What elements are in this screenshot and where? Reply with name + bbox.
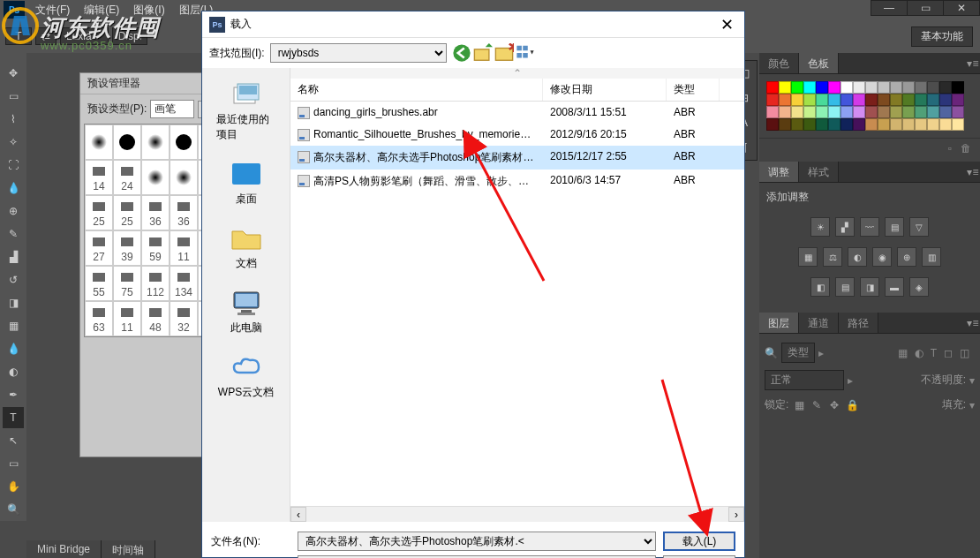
brush-preset[interactable]: 36 <box>141 195 170 230</box>
selective-color-icon[interactable]: ◈ <box>909 277 929 297</box>
color-swatch[interactable] <box>952 106 964 118</box>
photo-filter-icon[interactable]: ◉ <box>872 247 892 267</box>
delete-swatch-icon[interactable]: 🗑 <box>961 142 971 155</box>
lookup-dropdown[interactable]: rwjybsds <box>270 43 447 63</box>
color-swatch[interactable] <box>791 118 803 131</box>
brush-preset[interactable]: 24 <box>113 160 141 195</box>
color-swatch[interactable] <box>865 118 878 131</box>
lock-position-icon[interactable]: ✥ <box>827 398 841 412</box>
color-swatch[interactable] <box>828 81 841 94</box>
color-swatch[interactable] <box>865 94 878 106</box>
hscroll-right[interactable]: › <box>728 507 744 522</box>
color-swatch[interactable] <box>803 81 816 94</box>
dialog-close-button[interactable]: ✕ <box>717 15 737 34</box>
filter-smart-icon[interactable]: ◫ <box>960 347 969 359</box>
color-swatch[interactable] <box>890 81 902 94</box>
color-swatch[interactable] <box>816 118 828 131</box>
brush-preset[interactable]: 36 <box>170 195 198 230</box>
color-swatch[interactable] <box>841 94 853 106</box>
brush-preset[interactable]: 11 <box>113 301 141 336</box>
lock-all-icon[interactable]: 🔒 <box>845 398 859 412</box>
marquee-tool[interactable]: ▭ <box>3 86 24 107</box>
color-swatch[interactable] <box>927 81 939 94</box>
color-swatch[interactable] <box>939 94 952 106</box>
brush-preset[interactable]: 112 <box>141 266 170 301</box>
color-swatch[interactable] <box>791 94 803 106</box>
color-swatch[interactable] <box>841 106 853 118</box>
tab-swatches[interactable]: 色板 <box>799 53 839 73</box>
color-swatch[interactable] <box>952 81 964 94</box>
color-swatch[interactable] <box>915 81 927 94</box>
brush-preset[interactable]: 27 <box>85 230 113 266</box>
brush-preset[interactable] <box>113 124 141 160</box>
color-swatch[interactable] <box>878 81 890 94</box>
color-swatch[interactable] <box>791 81 803 94</box>
color-swatch[interactable] <box>766 118 779 131</box>
filter-pixel-icon[interactable]: ▦ <box>898 347 908 359</box>
brush-tool[interactable]: ✎ <box>3 223 24 245</box>
filter-type-icon[interactable]: T <box>931 347 937 359</box>
color-swatch[interactable] <box>816 81 828 94</box>
color-swatch[interactable] <box>816 106 828 118</box>
dodge-tool[interactable]: ◐ <box>3 361 24 382</box>
brush-preset[interactable] <box>141 160 170 195</box>
color-swatch[interactable] <box>915 106 927 118</box>
color-swatch[interactable] <box>779 81 791 94</box>
invert-icon[interactable]: ◧ <box>810 277 830 297</box>
color-swatch[interactable] <box>878 106 890 118</box>
file-row[interactable]: Romantic_Silhouette_Brushes_by_memories_… <box>290 124 744 146</box>
color-swatch[interactable] <box>927 106 939 118</box>
brush-preset[interactable]: 32 <box>170 301 198 336</box>
tab-color[interactable]: 颜色 <box>759 53 799 73</box>
color-swatch[interactable] <box>927 118 939 131</box>
menu-item[interactable]: 文件(F) <box>28 4 77 16</box>
preset-type-dropdown[interactable]: 画笔 <box>150 100 194 118</box>
shape-tool[interactable]: ▭ <box>3 453 24 474</box>
channel-mixer-icon[interactable]: ⊕ <box>897 247 916 267</box>
brightness-icon[interactable]: ☀ <box>810 217 830 237</box>
history-brush-tool[interactable]: ↺ <box>3 269 24 290</box>
vibrance-icon[interactable]: ▽ <box>909 217 929 237</box>
move-tool[interactable]: ✥ <box>3 63 24 84</box>
tab-styles[interactable]: 样式 <box>799 162 839 182</box>
menu-item[interactable]: 编辑(E) <box>77 4 126 16</box>
color-swatch[interactable] <box>890 106 902 118</box>
lookup-icon[interactable]: ▥ <box>922 247 941 267</box>
crop-tool[interactable]: ⛶ <box>3 155 24 176</box>
file-row[interactable]: dancing_girls_brushes.abr2008/3/11 15:51… <box>290 102 744 124</box>
stamp-tool[interactable]: ▟ <box>3 246 24 268</box>
color-swatch[interactable] <box>890 94 902 106</box>
file-row[interactable]: 高尔夫器材、高尔夫选手Photoshop笔刷素材.abr2015/12/17 2… <box>290 146 744 170</box>
filename-field[interactable]: 高尔夫器材、高尔夫选手Photoshop笔刷素材.< <box>298 532 656 551</box>
color-swatch[interactable] <box>841 81 853 94</box>
color-swatch[interactable] <box>890 118 902 131</box>
sidebar-item-documents[interactable]: 文档 <box>211 219 282 276</box>
file-row[interactable]: 高清PS人物剪影笔刷（舞蹈、滑雪、散步、骑车、...2010/6/3 14:57… <box>290 170 744 193</box>
color-swatch[interactable] <box>841 118 853 131</box>
tab-paths[interactable]: 路径 <box>839 313 878 333</box>
column-name[interactable]: 名称 <box>290 79 543 101</box>
color-swatch[interactable] <box>902 94 915 106</box>
lock-pixels-icon[interactable]: ✎ <box>810 398 824 412</box>
orientation-toggle[interactable]: ⇄ <box>35 27 57 45</box>
healing-tool[interactable]: ⊕ <box>3 200 24 222</box>
filter-search-icon[interactable]: 🔍 <box>765 347 778 359</box>
filter-shape-icon[interactable]: ◻ <box>944 347 953 359</box>
tool-preset[interactable]: T <box>5 27 32 45</box>
brush-preset[interactable]: 25 <box>113 195 141 230</box>
zoom-tool[interactable]: 🔍 <box>3 499 24 520</box>
color-swatch[interactable] <box>952 94 964 106</box>
color-swatch[interactable] <box>952 118 964 131</box>
filter-type-dropdown[interactable]: 类型 <box>781 343 815 363</box>
blend-mode-dropdown[interactable]: 正常 <box>765 370 844 390</box>
type-tool[interactable]: T <box>3 407 24 428</box>
color-swatch[interactable] <box>902 118 915 131</box>
color-swatch[interactable] <box>939 106 952 118</box>
swatches-flyout-icon[interactable]: ▾≡ <box>966 53 980 73</box>
color-swatch[interactable] <box>902 106 915 118</box>
path-tool[interactable]: ↖ <box>3 430 24 451</box>
gradient-map-icon[interactable]: ▬ <box>885 277 904 297</box>
color-swatch[interactable] <box>779 118 791 131</box>
load-button[interactable]: 载入(L) <box>663 532 735 551</box>
hscroll-track[interactable] <box>306 507 728 522</box>
